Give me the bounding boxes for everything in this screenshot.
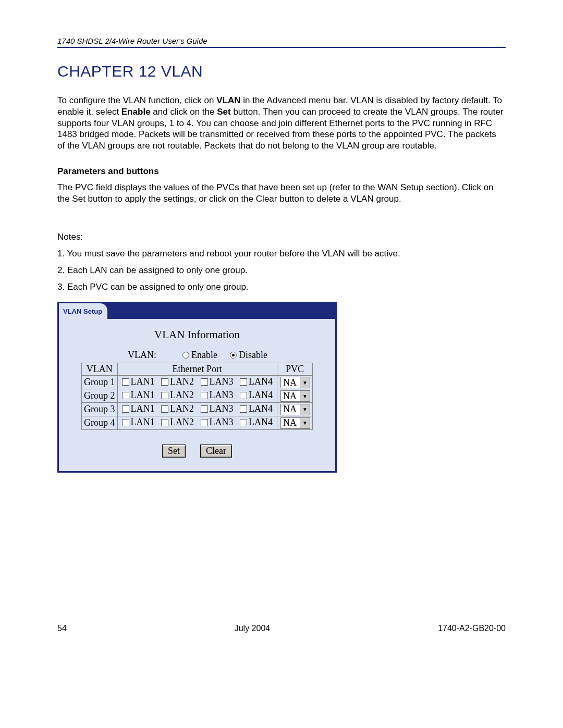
- lan-label: LAN2: [170, 403, 194, 414]
- col-pvc: PVC: [277, 363, 313, 376]
- lan-checkbox[interactable]: LAN2: [161, 417, 194, 428]
- radio-dot-icon: [230, 352, 237, 359]
- lan-checkbox[interactable]: LAN1: [122, 417, 155, 428]
- lan-checkbox[interactable]: LAN2: [161, 376, 194, 387]
- pvc-value: NA: [281, 391, 300, 401]
- group-name: Group 4: [82, 416, 118, 429]
- checkbox-icon: [240, 378, 247, 386]
- table-row: Group 4 LAN1 LAN2 LAN3 LAN4 NA ▼: [82, 416, 313, 429]
- lan-label: LAN4: [249, 417, 273, 428]
- panel-title: VLAN Information: [70, 328, 324, 341]
- pvc-value: NA: [281, 404, 300, 415]
- lan-label: LAN2: [170, 376, 194, 387]
- page-footer: 54 July 2004 1740-A2-GB20-00: [57, 624, 506, 633]
- footer-docid: 1740-A2-GB20-00: [438, 624, 506, 633]
- pvc-select[interactable]: NA ▼: [280, 417, 310, 429]
- lan-checkbox[interactable]: LAN3: [201, 376, 234, 387]
- lan-label: LAN2: [170, 390, 194, 401]
- intro-paragraph: To configure the VLAN function, click on…: [57, 95, 506, 152]
- lan-label: LAN1: [131, 403, 155, 414]
- pvc-value: NA: [281, 377, 300, 388]
- lan-checkbox[interactable]: LAN4: [240, 417, 273, 428]
- lan-cells: LAN1 LAN2 LAN3 LAN4: [117, 403, 277, 416]
- note-2: 2. Each LAN can be assigned to only one …: [57, 265, 506, 276]
- lan-checkbox[interactable]: LAN3: [201, 390, 234, 401]
- lan-checkbox[interactable]: LAN4: [240, 390, 273, 401]
- lan-label: LAN4: [249, 376, 273, 387]
- lan-checkbox[interactable]: LAN2: [161, 403, 194, 414]
- t: To configure the VLAN function, click on: [57, 95, 216, 105]
- checkbox-icon: [201, 419, 208, 426]
- lan-label: LAN3: [210, 403, 234, 414]
- lan-label: LAN4: [249, 390, 273, 401]
- radio-enable[interactable]: Enable: [182, 350, 217, 361]
- radio-disable[interactable]: Disable: [230, 350, 267, 361]
- lan-checkbox[interactable]: LAN1: [122, 403, 155, 414]
- group-name: Group 2: [82, 389, 118, 403]
- lan-label: LAN3: [210, 376, 234, 387]
- chevron-down-icon: ▼: [300, 391, 310, 401]
- lan-cells: LAN1 LAN2 LAN3 LAN4: [117, 416, 277, 429]
- checkbox-icon: [161, 392, 168, 399]
- lan-checkbox[interactable]: LAN4: [240, 376, 273, 387]
- table-row: Group 1 LAN1 LAN2 LAN3 LAN4 NA ▼: [82, 376, 313, 389]
- lan-cells: LAN1 LAN2 LAN3 LAN4: [117, 389, 277, 403]
- radio-disable-label: Disable: [239, 350, 267, 361]
- panel-tab[interactable]: VLAN Setup: [59, 303, 107, 319]
- radio-enable-label: Enable: [191, 350, 217, 361]
- note-1: 1. You must save the parameters and rebo…: [57, 248, 506, 260]
- checkbox-icon: [161, 378, 168, 386]
- pvc-value: NA: [281, 418, 300, 428]
- checkbox-icon: [240, 405, 247, 413]
- lan-label: LAN2: [170, 417, 194, 428]
- group-name: Group 3: [82, 403, 118, 416]
- page-number: 54: [57, 624, 67, 633]
- radio-dot-icon: [182, 352, 189, 359]
- col-vlan: VLAN: [82, 363, 118, 376]
- notes-label: Notes:: [57, 231, 506, 243]
- lan-checkbox[interactable]: LAN2: [161, 390, 194, 401]
- pvc-select[interactable]: NA ▼: [280, 390, 310, 402]
- checkbox-icon: [122, 392, 129, 399]
- pvc-cell: NA ▼: [277, 416, 313, 429]
- lan-checkbox[interactable]: LAN3: [201, 417, 234, 428]
- lan-checkbox[interactable]: LAN1: [122, 390, 155, 401]
- set-button[interactable]: Set: [162, 445, 186, 458]
- chevron-down-icon: ▼: [300, 377, 310, 388]
- chevron-down-icon: ▼: [300, 418, 310, 428]
- lan-label: LAN1: [131, 390, 155, 401]
- pvc-cell: NA ▼: [277, 403, 313, 416]
- lan-checkbox[interactable]: LAN1: [122, 376, 155, 387]
- checkbox-icon: [161, 405, 168, 413]
- lan-cells: LAN1 LAN2 LAN3 LAN4: [117, 376, 277, 389]
- checkbox-icon: [240, 419, 247, 426]
- table-header-row: VLAN Ethernet Port PVC: [82, 363, 313, 376]
- pvc-select[interactable]: NA ▼: [280, 404, 310, 415]
- panel-header-bar: VLAN Setup: [59, 303, 335, 319]
- pvc-cell: NA ▼: [277, 389, 313, 403]
- col-eth: Ethernet Port: [117, 363, 277, 376]
- vlan-radio-label: VLAN:: [128, 350, 156, 361]
- pvc-select[interactable]: NA ▼: [280, 377, 310, 388]
- lan-checkbox[interactable]: LAN3: [201, 403, 234, 414]
- lan-checkbox[interactable]: LAN4: [240, 403, 273, 414]
- params-text: The PVC field displays the values of the…: [57, 182, 506, 205]
- lan-label: LAN1: [131, 417, 155, 428]
- chevron-down-icon: ▼: [300, 404, 310, 415]
- checkbox-icon: [201, 405, 208, 413]
- table-row: Group 2 LAN1 LAN2 LAN3 LAN4 NA ▼: [82, 389, 313, 403]
- checkbox-icon: [122, 405, 129, 413]
- t: VLAN: [216, 95, 240, 105]
- t: Set: [217, 107, 230, 117]
- checkbox-icon: [201, 392, 208, 399]
- lan-label: LAN3: [210, 417, 234, 428]
- params-heading: Parameters and buttons: [57, 166, 506, 177]
- t: and click on the: [151, 107, 217, 117]
- table-row: Group 3 LAN1 LAN2 LAN3 LAN4 NA ▼: [82, 403, 313, 416]
- chapter-title: CHAPTER 12 VLAN: [57, 63, 506, 80]
- clear-button[interactable]: Clear: [200, 445, 232, 458]
- checkbox-icon: [201, 378, 208, 386]
- vlan-setup-panel: VLAN Setup VLAN Information VLAN: Enable…: [57, 302, 337, 473]
- checkbox-icon: [122, 378, 129, 386]
- vlan-enable-row: VLAN: Enable Disable: [70, 350, 324, 361]
